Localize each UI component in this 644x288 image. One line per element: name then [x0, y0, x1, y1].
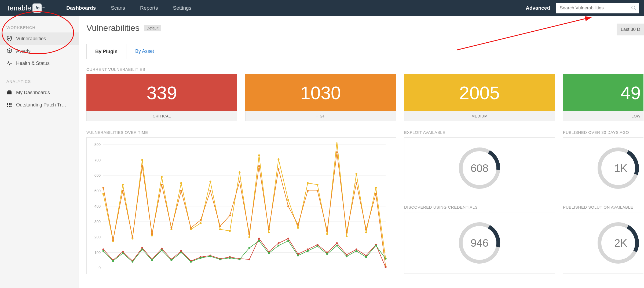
svg-point-134 [219, 259, 221, 260]
svg-point-57 [346, 235, 347, 237]
svg-text:700: 700 [94, 158, 101, 162]
top-nav: tenable .io ™ Dashboards Scans Reports S… [0, 0, 644, 16]
svg-point-83 [307, 190, 309, 192]
donut-credentials[interactable]: 946 [404, 212, 555, 274]
search-box[interactable] [556, 3, 639, 13]
sidebar-item-vulnerabilities[interactable]: Vulnerabilities [0, 32, 79, 45]
svg-point-126 [141, 249, 143, 250]
svg-point-77 [248, 233, 250, 235]
severity-cards: 339 CRITICAL 1030 HIGH 2005 MEDIUM 49 LO… [86, 74, 644, 121]
brand-logo[interactable]: tenable .io ™ [8, 3, 45, 13]
svg-point-36 [141, 159, 143, 161]
svg-point-121 [385, 266, 387, 268]
svg-point-47 [248, 236, 250, 238]
nav-scans[interactable]: Scans [111, 5, 125, 11]
donut-value: 1K [614, 162, 627, 174]
svg-point-132 [200, 257, 202, 259]
sidebar-item-label: Assets [16, 48, 31, 54]
cube-icon [6, 48, 12, 54]
nav-settings[interactable]: Settings [173, 5, 191, 11]
severity-count: 1030 [245, 74, 396, 111]
svg-point-137 [248, 247, 250, 249]
nav-items: Dashboards Scans Reports Settings [66, 5, 191, 11]
sidebar-section-workbench: WORKBENCH [0, 25, 79, 32]
svg-point-53 [307, 182, 309, 184]
page-title: Vulnerabilities [86, 23, 140, 33]
svg-text:100: 100 [94, 250, 101, 255]
svg-point-86 [336, 151, 338, 153]
search-icon[interactable] [631, 5, 636, 11]
main-content: Vulnerabilities Default Last 30 D By Plu… [79, 16, 644, 288]
donut-pub30[interactable]: 1K [563, 137, 643, 199]
svg-point-64 [122, 190, 124, 192]
sidebar-item-health[interactable]: Health & Status [0, 57, 79, 69]
svg-point-81 [287, 205, 289, 207]
sidebar-item-patch[interactable]: Outstanding Patch Tr… [0, 99, 79, 111]
section-cred-label: DISCOVERED USING CREDENTIALS [404, 205, 555, 209]
svg-point-89 [365, 228, 367, 230]
severity-card-low[interactable]: 49 LOW [563, 74, 643, 121]
svg-point-88 [356, 182, 357, 184]
svg-point-74 [219, 225, 221, 227]
severity-count: 49 [563, 74, 643, 111]
svg-text:500: 500 [94, 189, 101, 193]
svg-point-108 [258, 238, 260, 239]
svg-rect-9 [10, 104, 12, 105]
tab-by-plugin[interactable]: By Plugin [86, 44, 126, 59]
severity-card-critical[interactable]: 339 CRITICAL [86, 74, 237, 121]
svg-rect-2 [7, 91, 12, 94]
svg-point-52 [297, 227, 299, 229]
svg-point-44 [219, 228, 221, 230]
svg-point-45 [229, 230, 231, 232]
search-input[interactable] [556, 3, 639, 13]
donut-value: 2K [614, 237, 627, 249]
severity-label: CRITICAL [86, 111, 237, 121]
section-current-label: CURRENT VULNERABILITIES [86, 67, 644, 72]
nav-reports[interactable]: Reports [140, 5, 158, 11]
svg-point-151 [385, 258, 387, 260]
sidebar-item-assets[interactable]: Assets [0, 45, 79, 57]
svg-point-75 [229, 215, 231, 216]
section-pub30-label: PUBLISHED OVER 30 DAYS AGO [563, 130, 643, 135]
severity-card-medium[interactable]: 2005 MEDIUM [404, 74, 555, 121]
date-range-button[interactable]: Last 30 D [617, 24, 644, 35]
severity-card-high[interactable]: 1030 HIGH [245, 74, 396, 121]
svg-point-123 [112, 260, 114, 262]
line-chart-svg: 0100200300400500600700800 [89, 142, 389, 273]
svg-point-124 [122, 252, 124, 254]
donut-value: 608 [471, 162, 489, 174]
svg-rect-3 [8, 91, 10, 91]
svg-rect-4 [7, 103, 8, 104]
svg-point-84 [317, 190, 319, 192]
svg-text:200: 200 [94, 235, 101, 239]
sidebar-item-label: Outstanding Patch Tr… [16, 102, 66, 108]
svg-point-85 [326, 230, 328, 232]
overtime-chart[interactable]: 0100200300400500600700800 [86, 137, 396, 274]
sidebar-item-mydashboards[interactable]: My Dashboards [0, 86, 79, 99]
svg-point-63 [112, 239, 114, 241]
briefcase-icon [6, 90, 12, 95]
svg-point-136 [239, 259, 240, 260]
brand-name-a: tenable [8, 4, 31, 12]
advanced-link[interactable]: Advanced [526, 5, 550, 11]
pulse-icon [6, 61, 12, 65]
sidebar-item-label: Health & Status [16, 61, 50, 66]
svg-point-32 [103, 193, 104, 195]
svg-point-51 [287, 199, 289, 201]
section-overtime-label: VULNERABILITIES OVER TIME [86, 130, 396, 135]
svg-point-131 [190, 261, 192, 263]
nav-dashboards[interactable]: Dashboards [66, 5, 96, 11]
tab-by-asset[interactable]: By Asset [126, 44, 163, 59]
donut-solution[interactable]: 2K [563, 212, 643, 274]
donut-exploit[interactable]: 608 [404, 137, 555, 199]
svg-point-142 [297, 255, 299, 257]
svg-text:800: 800 [94, 142, 101, 147]
svg-point-54 [317, 184, 319, 186]
section-exploit-label: EXPLOIT AVAILABLE [404, 130, 555, 135]
svg-line-1 [635, 9, 636, 10]
sidebar-section-analytics: ANALYTICS [0, 79, 79, 86]
svg-text:400: 400 [94, 204, 101, 208]
svg-point-68 [161, 184, 163, 186]
svg-point-139 [268, 252, 270, 254]
page-header: Vulnerabilities Default [86, 23, 644, 33]
